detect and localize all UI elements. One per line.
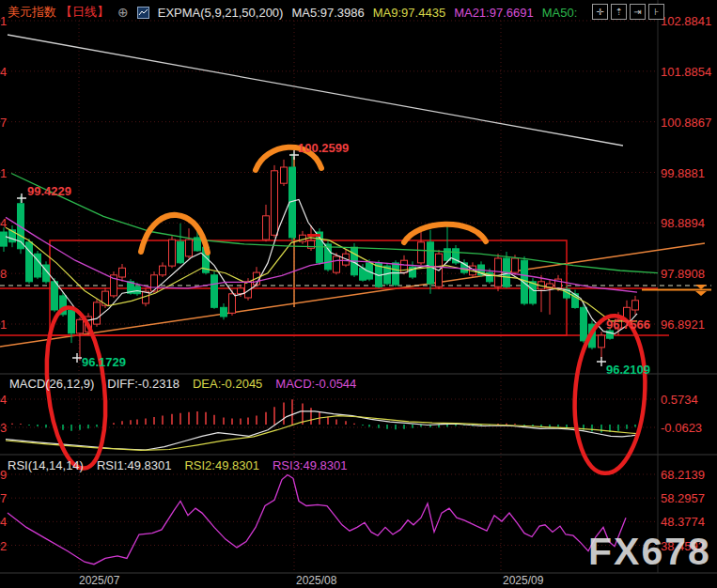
candle [495,254,502,291]
left-axis-digit: 9 [0,468,7,482]
price-axis-label: 101.8854 [661,65,711,79]
candle [221,303,227,319]
candle [69,307,75,343]
candle [272,165,278,238]
candle [1,227,8,252]
price-axis-label: 99.8881 [661,166,705,180]
swing-high-label-left: 99.4229 [27,184,71,198]
price-axis-label: 98.8894 [661,216,705,230]
candle [300,231,306,244]
candle [418,230,425,265]
left-axis-digit: 1 [0,317,7,332]
left-axis-digit: 4 [0,515,7,529]
chart-canvas[interactable] [0,0,717,588]
shift-right-icon[interactable]: ⊦ [648,4,664,20]
orange-arc-annotation [404,224,486,242]
date-label: 2025/09 [503,574,543,587]
candle [186,228,193,258]
price-axis-label: 96.8921 [661,317,705,332]
scale-x-axis-icon[interactable]: ⇥ [630,4,646,20]
macd-macd-value: MACD:-0.0544 [275,377,356,391]
period-label: 【日线】 [60,4,109,21]
white-trendline [8,35,623,146]
ma50-value: MA50: [542,6,578,20]
swing-low-label-left: 96.1729 [82,355,126,369]
trading-app-window: { "header": { "symbol": "美元指数", "period"… [0,0,717,588]
macd-axis-label: 0.5734 [661,393,698,407]
macd-header-row: MACD(26,12,9) DIFF:-0.2318 DEA:-0.2045 M… [9,377,356,391]
rsi-axis-label: 68.2139 [661,468,705,482]
candle [453,245,460,265]
candle [211,271,218,309]
rsi-axis-label: 58.2957 [661,491,705,505]
rsi-title: RSI(14,14,14) [8,458,84,472]
rsi2-value: RSI2:49.8301 [184,458,259,472]
level-label-right: 96.7566 [606,317,650,332]
candle [9,225,16,247]
candle [119,264,126,282]
candle [94,299,101,327]
left-axis-digit: 3 [0,421,7,435]
chart-header: 美元指数 【日线】 ⊕ EXPMA(5,9,21,50,200) MA5:97.… [8,4,577,21]
candle [35,251,41,279]
candle [169,236,176,268]
macd-title: MACD(26,12,9) [9,377,94,391]
price-axis-label: 97.8908 [661,267,705,281]
candle [599,332,605,359]
left-axis-digit: 8 [0,267,7,281]
candle [111,271,117,298]
extreme-cross-marker [597,357,606,366]
candle [538,275,545,312]
left-axis-digit: 1 [0,14,7,28]
candle [281,160,288,186]
candle [632,296,639,315]
swing-high-label-center: 100.2599 [298,141,349,155]
candle [263,205,270,241]
ma9-value: MA9:97.4435 [373,6,445,20]
price-axis-label: 100.8867 [661,116,711,130]
macd-dea-value: DEA:-0.2045 [193,377,262,391]
candle [444,225,451,263]
rsi3-value: RSI3:49.8301 [273,458,348,472]
candle [581,303,587,343]
extreme-cross-marker [17,193,26,203]
rsi-header-row: RSI(14,14,14) RSI1:49.8301 RSI2:49.8301 … [8,458,347,472]
macd-diff-value: DIFF:-0.2318 [107,377,179,391]
date-label: 2025/07 [79,574,119,587]
candle [461,259,468,274]
chart-toolbar: ✛⇡⇥⊦ [592,4,664,20]
indicator-name: EXPMA(5,9,21,50,200) [158,6,284,20]
date-label: 2025/08 [296,574,336,587]
left-axis-digit: 7 [0,116,7,130]
candle [178,224,184,264]
move-pad-icon[interactable]: ✛ [592,4,608,20]
candle [289,154,296,242]
rsi1-value: RSI1:49.8301 [97,458,172,472]
price-axis-label: 102.8841 [661,14,711,28]
watermark: FX678 [588,530,711,574]
left-axis-digit: 1 [0,166,7,180]
left-axis-digit: 7 [0,491,7,505]
left-axis-digit: 4 [0,65,7,79]
left-axis-digit: 2 [0,539,7,553]
candle [229,290,236,316]
candle [547,280,553,315]
left-axis-digit: 4 [0,216,7,230]
symbol-name: 美元指数 [8,4,56,21]
candlestick-chart-icon[interactable] [137,7,149,19]
rsi-line [8,475,626,565]
macd-axis-label: -0.0623 [661,421,702,435]
ma21-value: MA21:97.6691 [454,6,534,20]
swing-low-label-right: 96.2109 [606,363,650,377]
left-axis-digit: 4 [0,393,7,407]
ma5-value: MA5:97.3986 [291,6,364,20]
candle [26,239,33,284]
red-dash-annotation [307,234,320,237]
scale-y-axis-icon[interactable]: ⇡ [611,4,627,20]
candle [160,262,166,277]
rsi-axis-label: 48.3774 [661,515,705,529]
circle-plus-icon[interactable]: ⊕ [117,5,129,20]
